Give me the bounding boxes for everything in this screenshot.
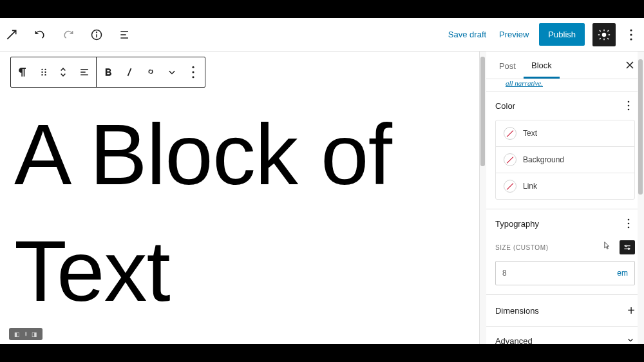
panel-dimensions-head[interactable]: Dimensions + [486,295,644,326]
svg-line-19 [128,68,131,76]
color-bg-label: Background [523,155,564,164]
svg-point-34 [628,248,629,249]
svg-point-25 [628,101,630,103]
size-label-row: Size (custom) [486,238,644,258]
color-text-row[interactable]: Text [496,120,634,146]
color-text-label: Text [523,129,537,138]
paragraph-block-icon[interactable] [11,57,34,87]
typography-options-icon[interactable] [622,218,635,229]
color-options-icon[interactable] [622,100,635,111]
save-draft-button[interactable]: Save draft [446,24,489,44]
scrollbar-thumb[interactable] [480,57,485,166]
svg-point-21 [192,71,194,73]
editor-header: Save draft Preview Publish [0,18,644,52]
settings-sidebar: Post Block all narrative. Color [486,52,644,344]
sidebar-scrollbar-thumb[interactable] [638,59,643,195]
redo-button[interactable] [57,23,80,46]
link-button[interactable] [139,57,162,87]
editor-app: Save draft Preview Publish [0,18,644,344]
svg-point-28 [628,219,630,221]
panel-typography-title: Typography [495,219,539,229]
panel-dimensions-title: Dimensions [495,306,539,316]
panel-advanced-title: Advanced [495,336,533,344]
preview-button[interactable]: Preview [497,24,531,44]
footer-icon-3: ◨ [32,331,37,338]
svg-point-8 [630,33,632,35]
editor-canvas[interactable]: A Block of Text ◧ ॥ ◨ [0,52,479,344]
outline-button[interactable] [113,23,137,46]
settings-button[interactable] [592,23,616,46]
color-link-label: Link [523,182,537,191]
panel-dimensions: Dimensions + [486,294,644,326]
plus-icon[interactable]: + [627,304,635,317]
svg-point-20 [192,66,194,68]
letterbox-top [0,0,644,18]
undo-button[interactable] [28,23,52,46]
svg-point-13 [44,71,46,73]
svg-point-7 [630,29,632,31]
more-rich-text-icon[interactable] [162,57,182,87]
svg-point-22 [192,76,194,78]
panel-advanced-head[interactable]: Advanced [486,327,644,344]
sidebar-tabs: Post Block [486,52,644,79]
drag-handle-icon[interactable] [34,57,53,87]
svg-point-15 [44,74,46,75]
svg-point-32 [625,245,627,247]
paragraph-text[interactable]: A Block of Text [14,97,465,330]
svg-point-27 [628,109,630,111]
swatch-none-icon [504,127,516,140]
header-right-controls: Save draft Preview Publish [446,23,639,46]
canvas-scrollbar[interactable] [480,52,486,344]
add-block-icon[interactable] [0,23,23,46]
panel-color-title: Color [495,101,515,111]
publish-button[interactable]: Publish [539,23,585,46]
panel-advanced: Advanced [486,326,644,344]
panel-color: Color Text Background [486,91,644,209]
tab-post[interactable]: Post [491,52,524,79]
header-left-controls [5,23,137,46]
svg-point-2 [97,32,97,32]
svg-point-6 [603,33,606,36]
block-description-fragment: all narrative. [506,79,634,87]
breadcrumb-footer[interactable]: ◧ ॥ ◨ [9,328,43,340]
panel-color-head[interactable]: Color [486,91,644,120]
block-toolbar [10,57,205,88]
svg-point-29 [628,223,630,225]
svg-point-10 [41,69,43,70]
svg-point-12 [41,71,43,73]
color-background-row[interactable]: Background [496,146,634,173]
size-input-wrapper[interactable]: 8 em [495,261,635,285]
details-button[interactable] [85,23,108,46]
color-link-row[interactable]: Link [496,173,634,199]
svg-point-9 [630,38,632,40]
size-preset-toggle-button[interactable] [620,240,635,254]
panel-typography: Typography Size (custom) 8 em [486,209,644,294]
sidebar-scrollbar[interactable] [638,52,644,344]
move-updown-icon[interactable] [53,57,73,87]
sidebar-wrap: Post Block all narrative. Color [479,52,644,344]
svg-point-30 [628,227,630,229]
svg-point-11 [44,69,46,70]
align-button[interactable] [73,57,96,87]
close-sidebar-button[interactable] [621,56,639,74]
size-unit-select[interactable]: em [617,269,628,278]
tab-block[interactable]: Block [524,52,560,79]
svg-point-14 [41,74,43,75]
panel-typography-head[interactable]: Typography [486,209,644,238]
footer-icon-1: ◧ [14,331,20,338]
swatch-none-icon [504,153,516,166]
more-options-button[interactable] [623,23,639,46]
swatch-none-icon [504,180,516,193]
editor-body: A Block of Text ◧ ॥ ◨ Post Block [0,52,644,344]
chevron-down-icon[interactable] [626,336,635,344]
block-options-button[interactable] [182,57,205,87]
size-value[interactable]: 8 [502,269,507,278]
svg-point-26 [628,105,630,107]
footer-icon-2: ॥ [24,330,28,338]
color-list: Text Background Link [495,120,635,200]
bold-button[interactable] [97,57,120,87]
letterbox-bottom [0,344,644,362]
content-area[interactable]: A Block of Text [0,52,479,330]
size-label-text: Size (custom) [495,244,549,251]
italic-button[interactable] [120,57,139,87]
